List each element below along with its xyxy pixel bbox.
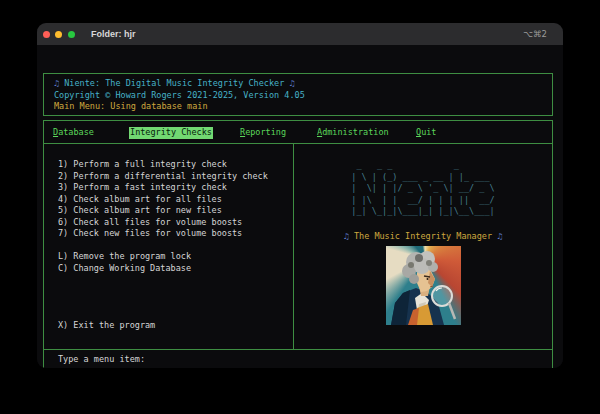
menu-option-exit[interactable]: X) Exit the program bbox=[58, 320, 293, 332]
menu-option-7[interactable]: 7) Check new files for volume boosts bbox=[58, 228, 293, 240]
music-note-icon: ♫ bbox=[289, 78, 294, 88]
menu-item-integrity-checks[interactable]: Integrity Checks bbox=[129, 127, 213, 139]
app-title: Niente: The Digital Music Integrity Chec… bbox=[59, 78, 289, 88]
menu-item-database[interactable]: Database bbox=[53, 127, 94, 139]
menu-option-lock[interactable]: L) Remove the program lock bbox=[58, 251, 293, 263]
tagline-text: The Music Integrity Manager bbox=[349, 231, 497, 241]
minimize-button[interactable] bbox=[55, 31, 62, 38]
status-line: Main Menu: Using database main bbox=[54, 101, 552, 113]
copyright-line: Copyright © Howard Rogers 2021-2025, Ver… bbox=[54, 90, 552, 102]
zoom-button[interactable] bbox=[68, 31, 75, 38]
window-titlebar[interactable]: Folder: hjr ⌥⌘2 bbox=[37, 23, 563, 45]
menu-bar: Database Integrity Checks Reporting Admi… bbox=[43, 120, 553, 144]
brand-panel: _ _ _ _ | \ | (_) ___ _ __ | |_ ___ | \|… bbox=[294, 144, 552, 349]
close-button[interactable] bbox=[43, 31, 50, 38]
menu-item-quit[interactable]: Quit bbox=[416, 127, 436, 139]
terminal-window: Folder: hjr ⌥⌘2 ♫ Niente: The Digital Mu… bbox=[37, 23, 563, 368]
menu-option-5[interactable]: 5) Check album art for new files bbox=[58, 205, 293, 217]
beethoven-image bbox=[386, 246, 461, 325]
menu-item-reporting[interactable]: Reporting bbox=[240, 127, 286, 139]
prompt-bar[interactable]: Type a menu item: bbox=[43, 349, 553, 368]
niente-ascii-banner: _ _ _ _ | \ | (_) ___ _ __ | |_ ___ | \|… bbox=[351, 160, 494, 218]
menu-option-2[interactable]: 2) Perform a differential integrity chec… bbox=[58, 171, 293, 183]
menu-option-1[interactable]: 1) Perform a full integrity check bbox=[58, 159, 293, 171]
terminal-screen: ♫ Niente: The Digital Music Integrity Ch… bbox=[37, 45, 563, 368]
beethoven-illustration bbox=[386, 246, 461, 325]
music-note-icon: ♫ bbox=[497, 231, 502, 241]
menu-item-administration[interactable]: Administration bbox=[317, 127, 389, 139]
header-panel: ♫ Niente: The Digital Music Integrity Ch… bbox=[43, 73, 553, 116]
desktop-background: Folder: hjr ⌥⌘2 ♫ Niente: The Digital Mu… bbox=[0, 0, 600, 414]
app-title-line: ♫ Niente: The Digital Music Integrity Ch… bbox=[54, 78, 552, 90]
menu-option-3[interactable]: 3) Perform a fast integrity check bbox=[58, 182, 293, 194]
tagline: ♫ The Music Integrity Manager ♫ bbox=[294, 231, 552, 243]
menu-option-6[interactable]: 6) Check all files for volume boosts bbox=[58, 217, 293, 229]
window-title: Folder: hjr bbox=[91, 23, 136, 45]
menu-option-4[interactable]: 4) Check album art for all files bbox=[58, 194, 293, 206]
prompt-label: Type a menu item: bbox=[58, 354, 145, 364]
window-shortcut-badge: ⌥⌘2 bbox=[523, 23, 547, 45]
main-menu-list: 1) Perform a full integrity check 2) Per… bbox=[44, 144, 294, 349]
traffic-lights bbox=[37, 31, 75, 38]
main-panel: 1) Perform a full integrity check 2) Per… bbox=[43, 143, 553, 350]
menu-option-change-db[interactable]: C) Change Working Database bbox=[58, 263, 293, 275]
